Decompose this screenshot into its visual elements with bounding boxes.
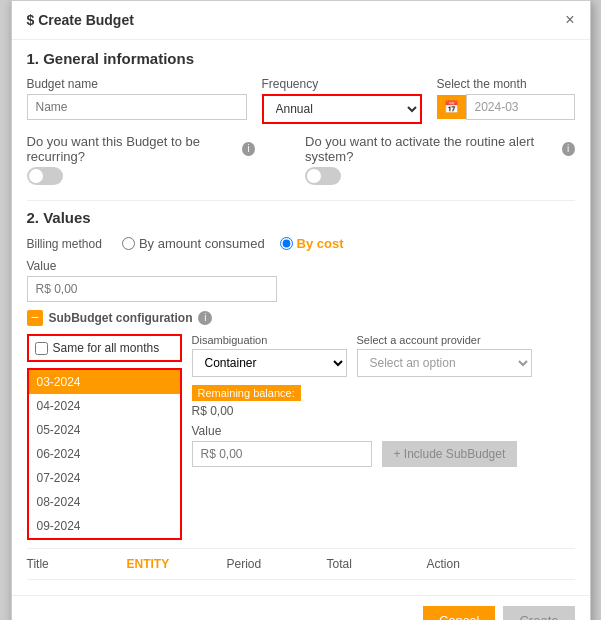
modal-footer: Cancel Create [12, 595, 590, 620]
billing-method-label: Billing method [27, 237, 102, 251]
close-button[interactable]: × [565, 11, 574, 29]
billing-option1-label: By amount consumed [122, 236, 265, 251]
billing-option2-label: By cost [280, 236, 344, 251]
billing-row: Billing method By amount consumed By cos… [27, 236, 575, 251]
subbudget-collapse-icon[interactable]: − [27, 310, 43, 326]
alert-info-icon[interactable]: i [562, 142, 575, 156]
disambiguation-label: Disambiguation [192, 334, 347, 346]
budget-name-label: Budget name [27, 77, 247, 91]
th-title: Title [27, 557, 127, 571]
frequency-label: Frequency [262, 77, 422, 91]
frequency-group: Frequency Annual Monthly Quarterly [262, 77, 422, 124]
subvalue-input[interactable] [192, 441, 372, 467]
alert-toggle[interactable] [305, 167, 341, 185]
value-group: Value [27, 259, 575, 302]
same-for-all-checkbox[interactable] [35, 342, 48, 355]
alert-label: Do you want to activate the routine aler… [305, 134, 575, 164]
recurring-info-icon[interactable]: i [242, 142, 255, 156]
months-list: 03-2024 04-2024 05-2024 06-2024 07-2024 … [27, 368, 182, 540]
same-for-all-label: Same for all months [53, 341, 160, 355]
subvalue-label: Value [192, 424, 372, 438]
create-budget-modal: $ Create Budget × 1. General information… [11, 0, 591, 620]
subbudget-label: SubBudget configuration [49, 311, 193, 325]
alert-group: Do you want to activate the routine aler… [305, 134, 575, 188]
cancel-button[interactable]: Cancel [423, 606, 495, 620]
general-form-row: Budget name Frequency Annual Monthly Qua… [27, 77, 575, 124]
subbudget-right-panel: Disambiguation Container Service Tag Sel… [192, 334, 575, 540]
month-item-1[interactable]: 03-2024 [29, 370, 180, 394]
account-provider-group: Select a account provider Select an opti… [357, 334, 532, 377]
budget-name-input[interactable] [27, 94, 247, 120]
toggle-row: Do you want this Budget to be recurring?… [27, 134, 575, 188]
month-input-wrapper: 📅 [437, 94, 575, 120]
recurring-group: Do you want this Budget to be recurring?… [27, 134, 256, 188]
subbudget-info-icon[interactable]: i [198, 311, 212, 325]
th-action: Action [427, 557, 575, 571]
month-input[interactable] [466, 94, 575, 120]
create-button[interactable]: Create [503, 606, 574, 620]
billing-radio-consumed[interactable] [122, 237, 135, 250]
value-label: Value [27, 259, 575, 273]
recurring-toggle[interactable] [27, 167, 63, 185]
values-section-title: 2. Values [27, 209, 575, 226]
account-provider-label: Select a account provider [357, 334, 532, 346]
same-for-all-row: Same for all months [27, 334, 182, 362]
value-input[interactable] [27, 276, 277, 302]
subbudget-content: Same for all months 03-2024 04-2024 05-2… [27, 334, 575, 540]
subbudget-left-panel: Same for all months 03-2024 04-2024 05-2… [27, 334, 182, 540]
frequency-select-wrapper: Annual Monthly Quarterly [262, 94, 422, 124]
right-top-row: Disambiguation Container Service Tag Sel… [192, 334, 575, 377]
calendar-button[interactable]: 📅 [437, 95, 466, 119]
subvalue-row: Value + Include SubBudget [192, 424, 575, 467]
frequency-select[interactable]: Annual Monthly Quarterly [262, 94, 422, 124]
budget-name-group: Budget name [27, 77, 247, 120]
month-item-7[interactable]: 09-2024 [29, 514, 180, 538]
month-item-3[interactable]: 05-2024 [29, 418, 180, 442]
account-provider-select[interactable]: Select an option [357, 349, 532, 377]
month-item-5[interactable]: 07-2024 [29, 466, 180, 490]
include-subbudget-button[interactable]: + Include SubBudget [382, 441, 518, 467]
section-divider [27, 200, 575, 201]
billing-radio-cost[interactable] [280, 237, 293, 250]
general-section-title: 1. General informations [27, 50, 575, 67]
th-total: Total [327, 557, 427, 571]
month-item-6[interactable]: 08-2024 [29, 490, 180, 514]
modal-title: $ Create Budget [27, 12, 134, 28]
table-header: Title ENTITY Period Total Action [27, 548, 575, 580]
subvalue-group: Value [192, 424, 372, 467]
month-item-4[interactable]: 06-2024 [29, 442, 180, 466]
month-item-2[interactable]: 04-2024 [29, 394, 180, 418]
th-period: Period [227, 557, 327, 571]
disambiguation-group: Disambiguation Container Service Tag [192, 334, 347, 377]
select-month-group: Select the month 📅 [437, 77, 575, 120]
modal-header: $ Create Budget × [12, 1, 590, 40]
modal-body: 1. General informations Budget name Freq… [12, 40, 590, 590]
select-month-label: Select the month [437, 77, 575, 91]
subbudget-header: − SubBudget configuration i [27, 310, 575, 326]
remaining-balance-badge: Remaining balance: [192, 385, 301, 401]
recurring-label: Do you want this Budget to be recurring?… [27, 134, 256, 164]
remaining-balance-value: R$ 0,00 [192, 404, 575, 418]
disambiguation-select[interactable]: Container Service Tag [192, 349, 347, 377]
th-entity: ENTITY [127, 557, 227, 571]
